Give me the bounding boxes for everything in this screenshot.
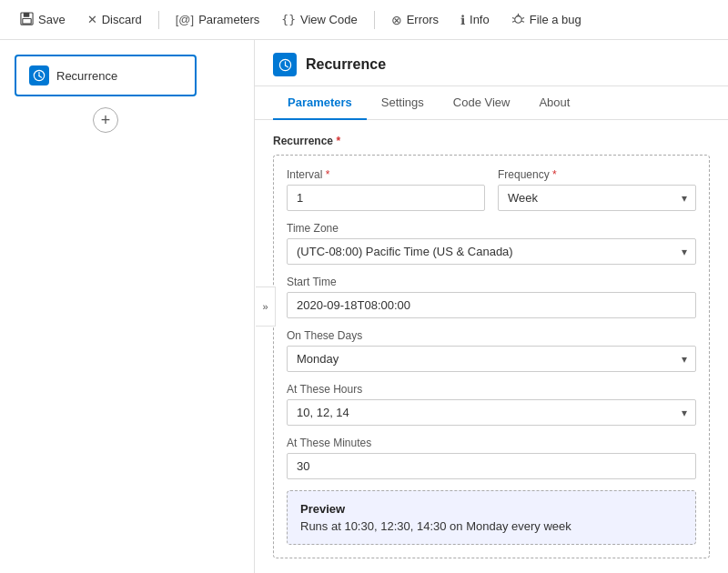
separator-2: [374, 11, 375, 29]
ondays-label: On These Days: [287, 329, 696, 342]
discard-label: Discard: [102, 13, 142, 26]
ondays-group: On These Days Monday Sunday Tuesday Wedn…: [287, 329, 696, 372]
ondays-select-wrapper: Monday Sunday Tuesday Wednesday Thursday…: [287, 346, 696, 372]
info-button[interactable]: ℹ Info: [451, 8, 499, 32]
atminutes-input[interactable]: [287, 453, 696, 479]
toolbar: Save ✕ Discard [@] Parameters {} View Co…: [0, 0, 728, 40]
athours-group: At These Hours 10, 12, 14 ▾: [287, 383, 696, 426]
recurrence-node[interactable]: Recurrence: [15, 55, 197, 96]
interval-label: Interval *: [287, 168, 485, 181]
info-icon: ℹ: [460, 13, 465, 27]
discard-button[interactable]: ✕ Discard: [78, 8, 151, 31]
errors-icon: ⊗: [391, 13, 402, 27]
errors-button[interactable]: ⊗ Errors: [382, 8, 448, 32]
collapse-panel-button[interactable]: »: [256, 286, 276, 327]
ondays-select[interactable]: Monday Sunday Tuesday Wednesday Thursday…: [287, 346, 696, 372]
recurrence-dashed-box: Interval * Frequency * Week: [273, 155, 710, 558]
athours-label: At These Hours: [287, 383, 696, 396]
frequency-label: Frequency *: [498, 168, 696, 181]
parameters-icon: [@]: [176, 13, 194, 26]
tab-about[interactable]: About: [524, 86, 584, 120]
separator-1: [158, 11, 159, 29]
save-icon: [20, 12, 34, 28]
timezone-select-wrapper: (UTC-08:00) Pacific Time (US & Canada) (…: [287, 238, 696, 265]
atminutes-group: At These Minutes: [287, 437, 696, 479]
svg-point-3: [514, 15, 521, 23]
main-layout: Recurrence + » Recurrence Parameters: [0, 40, 728, 573]
filebug-button[interactable]: File a bug: [502, 7, 591, 33]
parameters-button[interactable]: [@] Parameters: [167, 8, 269, 31]
frequency-select-wrapper: Week Second Minute Hour Day Month ▾: [498, 185, 696, 211]
svg-line-8: [521, 21, 524, 22]
timezone-group: Time Zone (UTC-08:00) Pacific Time (US &…: [287, 222, 696, 265]
parameters-label: Parameters: [198, 13, 259, 26]
timezone-select[interactable]: (UTC-08:00) Pacific Time (US & Canada) (…: [287, 238, 696, 265]
save-label: Save: [38, 13, 66, 26]
add-icon: +: [101, 112, 111, 128]
tab-bar: Parameters Settings Code View About: [255, 86, 728, 120]
interval-frequency-row: Interval * Frequency * Week: [287, 168, 696, 211]
info-label: Info: [470, 13, 490, 26]
athours-select[interactable]: 10, 12, 14: [287, 399, 696, 426]
required-star-frequency: *: [552, 168, 557, 181]
required-star-recurrence: *: [336, 135, 340, 147]
svg-rect-1: [24, 12, 30, 16]
interval-input[interactable]: [287, 185, 485, 211]
preview-title: Preview: [300, 502, 682, 516]
save-button[interactable]: Save: [11, 7, 75, 33]
sidebar: Recurrence + »: [0, 40, 255, 573]
viewcode-button[interactable]: {} View Code: [272, 8, 366, 31]
svg-line-11: [39, 75, 42, 77]
filebug-label: File a bug: [530, 13, 581, 26]
add-step-button[interactable]: +: [93, 107, 118, 133]
starttime-label: Start Time: [287, 276, 696, 288]
timezone-label: Time Zone: [287, 222, 696, 235]
panel-clock-icon: [273, 53, 297, 76]
panel-title: Recurrence: [306, 56, 386, 73]
frequency-select[interactable]: Week Second Minute Hour Day Month: [498, 185, 696, 211]
tab-codeview[interactable]: Code View: [439, 86, 525, 120]
athours-select-wrapper: 10, 12, 14 ▾: [287, 399, 696, 426]
errors-label: Errors: [407, 13, 439, 26]
svg-line-6: [521, 17, 524, 18]
right-panel: Recurrence Parameters Settings Code View…: [255, 40, 728, 573]
atminutes-label: At These Minutes: [287, 437, 696, 449]
node-label: Recurrence: [56, 69, 117, 83]
node-clock-icon: [29, 65, 49, 85]
interval-group: Interval *: [287, 168, 485, 211]
form-area: Recurrence * Interval * Frequ: [255, 120, 728, 573]
tab-parameters[interactable]: Parameters: [273, 86, 367, 120]
viewcode-label: View Code: [300, 13, 358, 26]
svg-line-7: [512, 21, 515, 22]
svg-line-14: [285, 65, 288, 66]
starttime-group: Start Time: [287, 276, 696, 318]
frequency-group: Frequency * Week Second Minute Hour Day …: [498, 168, 696, 211]
panel-header: Recurrence: [255, 40, 728, 86]
preview-box: Preview Runs at 10:30, 12:30, 14:30 on M…: [287, 490, 696, 545]
viewcode-icon: {}: [281, 13, 296, 26]
tab-settings[interactable]: Settings: [367, 86, 439, 120]
discard-icon: ✕: [87, 13, 97, 26]
svg-rect-2: [23, 18, 31, 24]
required-star-interval: *: [326, 168, 330, 181]
recurrence-section-label: Recurrence *: [273, 135, 710, 147]
chevron-right-icon: »: [262, 301, 268, 312]
preview-text: Runs at 10:30, 12:30, 14:30 on Monday ev…: [300, 519, 682, 533]
starttime-input[interactable]: [287, 292, 696, 318]
svg-line-5: [512, 17, 515, 18]
bug-icon: [511, 12, 525, 28]
